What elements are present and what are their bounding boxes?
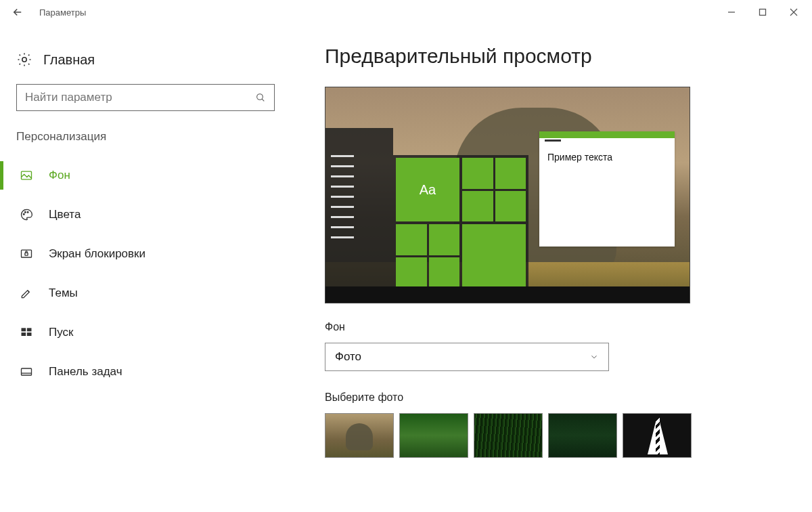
- wallpaper-thumbnail[interactable]: [474, 413, 543, 458]
- sidebar-item-label: Экран блокировки: [49, 247, 145, 261]
- page-title: Предварительный просмотр: [325, 45, 785, 68]
- wallpaper-thumbnail[interactable]: [623, 413, 692, 458]
- preview-tile-group: [396, 224, 459, 288]
- search-box[interactable]: [16, 84, 275, 111]
- background-dropdown[interactable]: Фото: [325, 343, 609, 371]
- svg-point-5: [257, 94, 263, 100]
- svg-rect-17: [22, 368, 32, 375]
- start-icon: [19, 326, 34, 339]
- background-label: Фон: [325, 321, 785, 333]
- preview-window-titlebar: [539, 131, 675, 138]
- preview-tiles: Aa: [393, 155, 528, 291]
- svg-rect-13: [22, 328, 26, 331]
- svg-rect-16: [27, 333, 32, 336]
- sidebar-item-label: Панель задач: [49, 365, 122, 379]
- back-button[interactable]: [3, 0, 32, 24]
- close-button[interactable]: [778, 0, 809, 24]
- svg-point-8: [23, 213, 24, 215]
- main-panel: Предварительный просмотр Aa Пример текст…: [291, 24, 812, 512]
- sidebar-item-background[interactable]: Фон: [0, 156, 291, 195]
- minimize-icon: [727, 8, 736, 16]
- home-label: Главная: [43, 52, 95, 68]
- preview-tile: [462, 224, 526, 288]
- search-icon: [255, 92, 266, 103]
- desktop-preview: Aa Пример текста: [325, 87, 690, 303]
- wallpaper-thumbnails: [325, 413, 785, 458]
- svg-rect-12: [25, 253, 28, 255]
- svg-point-10: [27, 211, 28, 213]
- gear-icon: [16, 51, 32, 68]
- svg-rect-1: [760, 9, 766, 16]
- sidebar-item-label: Темы: [49, 286, 78, 300]
- close-icon: [790, 8, 798, 16]
- preview-start-list: [331, 155, 354, 238]
- minimize-button[interactable]: [716, 0, 747, 24]
- section-label: Персонализация: [0, 130, 291, 156]
- svg-rect-14: [27, 328, 32, 331]
- preview-taskbar: [325, 286, 690, 303]
- preview-tile-group: [462, 158, 526, 221]
- sidebar-item-lockscreen[interactable]: Экран блокировки: [0, 234, 291, 274]
- sidebar-item-themes[interactable]: Темы: [0, 274, 291, 313]
- maximize-icon: [759, 8, 767, 16]
- sidebar-item-label: Цвета: [49, 208, 81, 221]
- window-controls: [716, 0, 809, 24]
- wallpaper-thumbnail[interactable]: [399, 413, 468, 458]
- preview-tile-aa: Aa: [396, 158, 459, 221]
- sidebar-item-start[interactable]: Пуск: [0, 313, 291, 352]
- sidebar-item-taskbar[interactable]: Панель задач: [0, 352, 291, 391]
- sidebar: Главная Персонализация Фон Цвета Э: [0, 24, 291, 512]
- search-input[interactable]: [25, 91, 255, 104]
- themes-icon: [19, 286, 34, 300]
- maximize-button[interactable]: [747, 0, 778, 24]
- dropdown-value: Фото: [335, 350, 361, 364]
- svg-line-6: [262, 99, 264, 101]
- arrow-left-icon: [12, 6, 24, 18]
- preview-window: Пример текста: [539, 131, 675, 247]
- home-link[interactable]: Главная: [0, 51, 291, 84]
- palette-icon: [19, 208, 34, 221]
- chevron-down-icon: [589, 352, 599, 362]
- picture-icon: [19, 169, 34, 182]
- choose-photo-label: Выберите фото: [325, 391, 785, 404]
- window-title: Параметры: [39, 7, 86, 18]
- sidebar-item-colors[interactable]: Цвета: [0, 195, 291, 234]
- preview-window-text: Пример текста: [539, 138, 675, 163]
- lockscreen-icon: [19, 247, 34, 261]
- wallpaper-thumbnail[interactable]: [325, 413, 394, 458]
- sidebar-item-label: Фон: [49, 169, 70, 182]
- wallpaper-thumbnail[interactable]: [548, 413, 617, 458]
- svg-rect-15: [22, 333, 26, 336]
- svg-point-9: [25, 211, 26, 213]
- sidebar-item-label: Пуск: [49, 326, 73, 339]
- taskbar-icon: [19, 365, 34, 379]
- titlebar: Параметры: [0, 0, 812, 24]
- svg-point-4: [22, 58, 26, 62]
